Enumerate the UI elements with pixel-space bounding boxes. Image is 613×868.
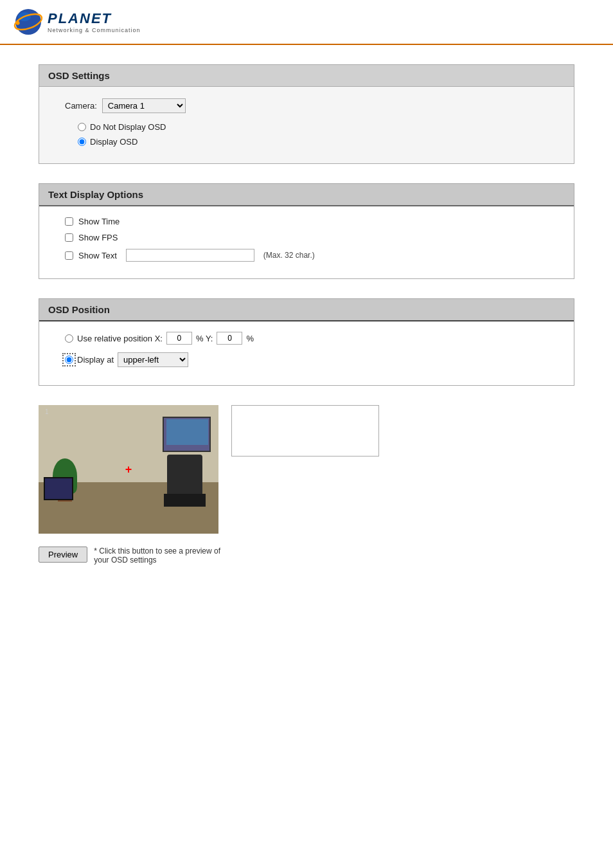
preview-note-line2: your OSD settings — [94, 556, 220, 565]
display-osd-radio[interactable] — [78, 138, 86, 146]
show-text-checkbox[interactable] — [65, 251, 73, 260]
show-text-row: Show Text (Max. 32 char.) — [65, 249, 548, 262]
show-time-row: Show Time — [65, 217, 548, 226]
show-fps-row: Show FPS — [65, 233, 548, 242]
preview-right-area — [231, 405, 379, 457]
bg-screen-inner — [166, 419, 208, 445]
display-at-radio[interactable] — [65, 356, 73, 364]
osd-settings-title: OSD Settings — [39, 65, 574, 87]
osd-settings-body: Camera: Camera 1 Camera 2 Camera 3 Camer… — [39, 87, 574, 163]
relative-position-row: Use relative position X: % Y: % — [65, 332, 548, 345]
preview-note-line1: * Click this button to see a preview of — [94, 547, 220, 556]
logo-planet-name: PLANET — [48, 10, 141, 27]
show-fps-checkbox[interactable] — [65, 233, 73, 242]
display-at-row: Display at upper-left upper-right lower-… — [65, 352, 548, 367]
preview-osd-box — [231, 405, 379, 457]
no-display-osd-radio[interactable] — [78, 123, 86, 131]
text-display-title: Text Display Options — [39, 184, 574, 206]
preview-image-container: + 1 — [39, 405, 218, 534]
logo-tagline: Networking & Communication — [48, 27, 141, 33]
show-time-checkbox[interactable] — [65, 217, 73, 226]
main-content: OSD Settings Camera: Camera 1 Camera 2 C… — [0, 45, 613, 603]
osd-settings-section: OSD Settings Camera: Camera 1 Camera 2 C… — [39, 64, 574, 164]
position-x-input[interactable] — [166, 332, 192, 345]
relative-position-radio[interactable] — [65, 334, 73, 343]
percent-x-label: % Y: — [196, 334, 213, 343]
preview-camera-number: 1 — [45, 408, 49, 415]
text-display-body: Show Time Show FPS Show Text (Max. 32 ch… — [39, 206, 574, 278]
preview-note-container: * Click this button to see a preview of … — [94, 547, 220, 565]
osd-position-body: Use relative position X: % Y: % Display … — [39, 321, 574, 385]
no-display-osd-label: Do Not Display OSD — [90, 122, 166, 132]
show-text-input[interactable] — [126, 249, 254, 262]
percent-y-label: % — [246, 334, 254, 343]
logo: PLANET Networking & Communication — [13, 6, 141, 37]
no-display-osd-row: Do Not Display OSD — [65, 122, 548, 132]
display-osd-label: Display OSD — [90, 137, 138, 147]
max-char-note: (Max. 32 char.) — [263, 251, 315, 260]
planet-logo-icon — [13, 6, 44, 37]
text-display-section: Text Display Options Show Time Show FPS … — [39, 183, 574, 279]
display-at-label: Display at — [77, 355, 114, 365]
preview-button[interactable]: Preview — [39, 547, 87, 563]
show-time-label: Show Time — [78, 217, 120, 226]
chair-seat — [164, 494, 206, 507]
relative-position-label: Use relative position X: — [77, 334, 163, 343]
preview-section: + 1 — [39, 405, 574, 534]
show-fps-label: Show FPS — [78, 233, 118, 242]
page-header: PLANET Networking & Communication — [0, 0, 613, 45]
logo-text: PLANET Networking & Communication — [48, 10, 141, 33]
display-osd-row: Display OSD — [65, 137, 548, 147]
preview-crosshair: + — [125, 463, 132, 476]
display-at-select[interactable]: upper-left upper-right lower-left lower-… — [118, 352, 188, 367]
osd-position-section: OSD Position Use relative position X: % … — [39, 298, 574, 386]
room-monitor-left — [44, 477, 73, 500]
camera-row: Camera: Camera 1 Camera 2 Camera 3 Camer… — [65, 98, 548, 113]
camera-select[interactable]: Camera 1 Camera 2 Camera 3 Camera 4 — [102, 98, 186, 113]
position-y-input[interactable] — [217, 332, 242, 345]
show-text-label: Show Text — [78, 251, 117, 260]
camera-label: Camera: — [65, 101, 97, 111]
preview-button-area: Preview * Click this button to see a pre… — [39, 547, 574, 565]
osd-position-title: OSD Position — [39, 299, 574, 321]
